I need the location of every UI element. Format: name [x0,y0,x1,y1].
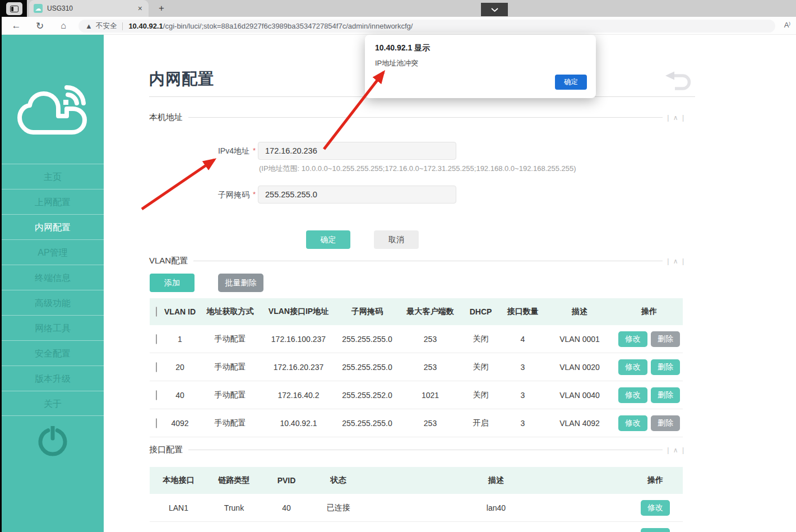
url-path: /cgi-bin/luci/;stok=88a16d2927f6c3989ba3… [163,22,413,30]
port-description: lan40 [364,503,628,512]
delete-button[interactable]: 删除 [651,359,680,375]
section-divider [188,117,663,118]
vlan-id: 20 [163,363,197,372]
browser-toolbar: ← ↻ ⌂ ▲ 不安全 10.40.92.1 /cgi-bin/luci/;st… [0,17,796,35]
modify-button[interactable]: 修改 [618,331,647,347]
col-header: 操作 [628,475,683,485]
browser-tab[interactable]: ☁ USG310 × [29,0,149,17]
sidebar-item-network-tools[interactable]: 网络工具 [2,315,104,340]
modify-button[interactable]: 修改 [618,387,647,403]
interface-table-row-partial: 修改 [150,522,683,532]
cloud-wifi-logo-icon [17,84,88,144]
col-header: 描述 [364,475,628,485]
subnet-mask: 255.255.255.0 [334,363,401,372]
max-clients: 253 [401,335,460,344]
vlan-ip: 172.16.100.237 [263,335,334,344]
vlan-id: 40 [163,391,197,400]
vlan-table-row: 20 手动配置 172.16.20.237 255.255.255.0 253 … [150,353,683,381]
col-header: 地址获取方式 [197,307,263,317]
row-checkbox[interactable] [156,418,157,428]
read-aloud-icon[interactable]: A) [784,21,790,29]
window-menu-button[interactable] [481,3,508,16]
sidebar-item-lan-config[interactable]: 内网配置 [2,214,104,239]
collapse-control[interactable]: | ∧ | [667,114,685,122]
subnet-mask-label: 子网掩码 [149,186,249,203]
section-label: VLAN配置 [149,256,188,266]
return-icon[interactable] [663,71,693,93]
delete-button[interactable]: 删除 [651,387,680,403]
modify-button[interactable]: 修改 [641,500,670,516]
sidebar-menu: 主页 上网配置 内网配置 AP管理 终端信息 高级功能 网络工具 安全配置 版本… [2,164,104,416]
row-checkbox[interactable] [156,362,157,372]
dialog-ok-button[interactable]: 确定 [555,75,587,90]
modify-button[interactable]: 修改 [641,528,670,532]
tab-close-icon[interactable]: × [136,4,144,13]
dialog-message: IP地址池冲突 [375,58,418,68]
cancel-button[interactable]: 取消 [374,230,419,249]
port-count: 3 [502,419,544,428]
browser-tab-bar: ☁ USG310 × + [0,0,796,17]
collapse-control[interactable]: | ∧ | [667,257,685,265]
back-button[interactable]: ← [9,17,24,35]
row-checkbox[interactable] [156,390,157,400]
sidebar-item-ap-management[interactable]: AP管理 [2,239,104,265]
vlan-table-row: 40 手动配置 172.16.40.2 255.255.252.0 1021 关… [150,381,683,409]
alert-dialog: 10.40.92.1 显示 IP地址池冲突 确定 [365,35,596,98]
url-host: 10.40.92.1 [128,22,163,30]
link-type: Trunk [207,503,261,512]
max-clients: 253 [401,419,460,428]
tab-actions-button[interactable] [6,2,22,15]
pvid: 40 [261,503,312,512]
max-clients: 1021 [401,391,460,400]
section-vlan-config: VLAN配置 | ∧ | [149,256,685,266]
new-tab-button[interactable]: + [155,2,168,15]
power-button[interactable] [37,426,68,461]
sidebar-item-security-config[interactable]: 安全配置 [2,340,104,366]
home-button[interactable]: ⌂ [56,17,71,35]
link-status: 已连接 [312,503,364,513]
vlan-description: VLAN 0040 [544,391,615,400]
batch-delete-button[interactable]: 批量删除 [218,274,263,292]
sidebar-item-terminal-info[interactable]: 终端信息 [2,265,104,290]
interface-table-header: 本地接口 链路类型 PVID 状态 描述 操作 [150,467,683,494]
delete-button[interactable]: 删除 [651,415,680,431]
add-vlan-button[interactable]: 添加 [150,274,195,292]
site-favicon-icon: ☁ [34,4,43,13]
max-clients: 253 [401,363,460,372]
delete-button[interactable]: 删除 [651,331,680,347]
chevron-down-icon [491,8,498,12]
ipv4-label: IPv4地址 [149,142,249,160]
col-header: 状态 [312,475,364,485]
sidebar-item-version-upgrade[interactable]: 版本升级 [2,366,104,391]
col-header: 最大客户端数 [401,307,460,317]
port-name: LAN1 [150,503,207,512]
address-bar[interactable]: ▲ 不安全 10.40.92.1 /cgi-bin/luci/;stok=88a… [78,20,775,33]
refresh-button[interactable]: ↻ [33,17,47,35]
sidebar-item-wan-config[interactable]: 上网配置 [2,189,104,214]
modify-button[interactable]: 修改 [618,415,647,431]
vlan-table-header: VLAN ID 地址获取方式 VLAN接口IP地址 子网掩码 最大客户端数 DH… [150,298,683,325]
col-header: DHCP [460,307,502,316]
vlan-table-row: 4092 手动配置 10.40.92.1 255.255.255.0 253 开… [150,409,683,437]
address-mode: 手动配置 [197,418,263,428]
subnet-mask-input[interactable] [258,186,456,203]
col-header: VLAN接口IP地址 [263,307,334,317]
dhcp-status: 关闭 [460,334,502,344]
vlan-description: VLAN 4092 [544,419,615,428]
sidebar-item-advanced-features[interactable]: 高级功能 [2,290,104,315]
sidebar-item-about[interactable]: 关于 [2,391,104,416]
collapse-control[interactable]: | ∧ | [667,446,685,454]
subnet-mask: 255.255.255.0 [334,335,401,344]
row-checkbox[interactable] [156,334,157,344]
dhcp-status: 关闭 [460,362,502,372]
col-header: 子网掩码 [334,307,401,317]
col-header: VLAN ID [163,307,197,316]
port-count: 3 [502,391,544,400]
col-header: PVID [261,476,312,485]
select-all-checkbox[interactable] [156,307,157,317]
modify-button[interactable]: 修改 [618,359,647,375]
col-header: 链路类型 [207,475,261,485]
confirm-button[interactable]: 确定 [306,230,350,249]
ipv4-input[interactable] [258,142,456,160]
sidebar-item-home[interactable]: 主页 [2,164,104,189]
